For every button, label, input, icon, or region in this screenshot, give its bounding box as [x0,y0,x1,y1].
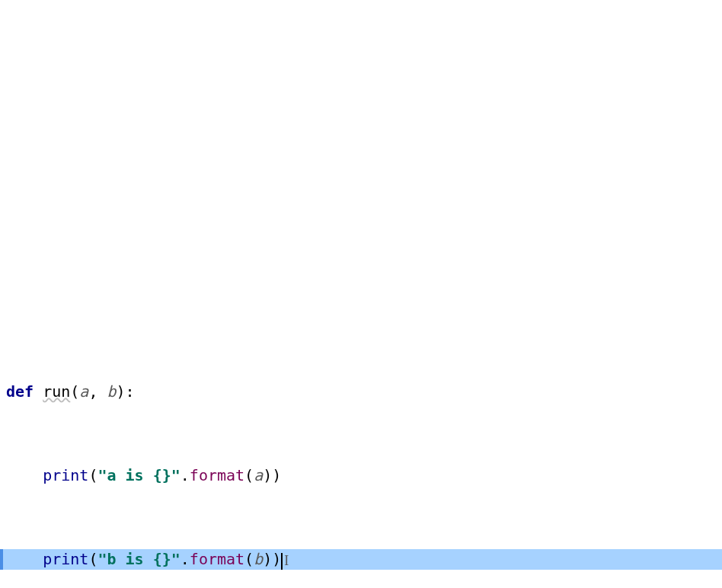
string-literal: "b is {}" [97,550,180,568]
paren-open: ( [88,550,97,568]
colon: : [126,382,135,401]
builtin-print: print [43,466,88,484]
paren-close: ) [272,550,281,568]
comma: , [88,382,107,401]
code-line-1[interactable]: def run(a, b): [0,382,722,403]
paren-open: ( [244,550,254,568]
keyword-def: def [6,382,34,401]
arg-b: b [254,550,263,568]
builtin-print: print [43,550,88,568]
paren-close: ) [117,382,126,401]
paren-open: ( [88,466,97,484]
code-line-3-selected[interactable]: print("b is {}".format(b))I [0,549,722,570]
paren-open: ( [244,466,254,484]
code-line-2[interactable]: print("a is {}".format(a)) [0,465,722,487]
text-caret [281,553,283,570]
dot: . [180,550,190,568]
space [34,382,43,401]
method-format: format [190,550,244,568]
paren-close: ) [263,466,272,484]
function-name: run [43,382,70,401]
code-editor[interactable]: def run(a, b): print("a is {}".format(a)… [0,318,722,588]
paren-close: ) [263,550,272,568]
selection-gutter-stripe [0,549,3,570]
paren-open: ( [70,382,79,401]
param-a: a [79,382,88,401]
param-b: b [107,382,116,401]
paren-close: ) [272,466,281,484]
text-cursor-icon: I [284,551,289,572]
dot: . [180,466,190,484]
arg-a: a [254,466,263,484]
indent [6,466,43,484]
indent [6,550,43,568]
string-literal: "a is {}" [97,466,180,484]
method-format: format [190,466,244,484]
